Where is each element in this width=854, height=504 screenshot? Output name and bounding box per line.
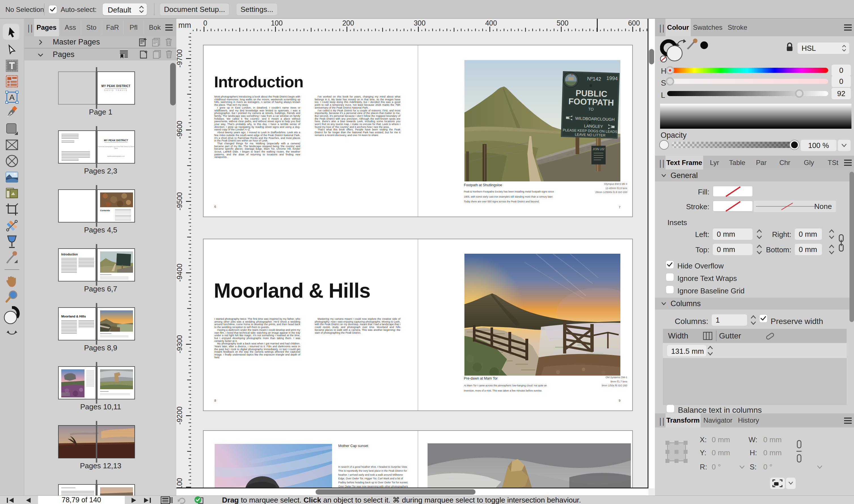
svg-text:LANGLEY: LANGLEY [584, 124, 603, 129]
svg-text:400: 400 [485, 19, 497, 27]
svg-text:200: 200 [342, 19, 354, 27]
svg-text:A: A [10, 93, 15, 102]
svg-text:500: 500 [556, 19, 568, 27]
svg-text:-9600: -9600 [176, 121, 183, 139]
svg-text:-9700: -9700 [176, 49, 183, 68]
svg-text:TO: TO [588, 107, 594, 112]
svg-text:-9400: -9400 [176, 264, 183, 282]
svg-text:-9100: -9100 [176, 478, 183, 488]
svg-text:Nº142: Nº142 [587, 76, 601, 82]
svg-text:FOOTPATH: FOOTPATH [568, 97, 614, 107]
svg-text:300: 300 [414, 19, 426, 27]
svg-text:1994: 1994 [606, 75, 618, 82]
svg-text:-9500: -9500 [176, 192, 183, 210]
svg-text:0: 0 [203, 19, 207, 27]
svg-text:-9200: -9200 [176, 407, 183, 425]
svg-text:-9300: -9300 [176, 335, 183, 353]
svg-text:JOIN US!: JOIN US! [592, 148, 604, 151]
svg-text:100: 100 [271, 19, 283, 27]
svg-text:600: 600 [628, 19, 640, 27]
